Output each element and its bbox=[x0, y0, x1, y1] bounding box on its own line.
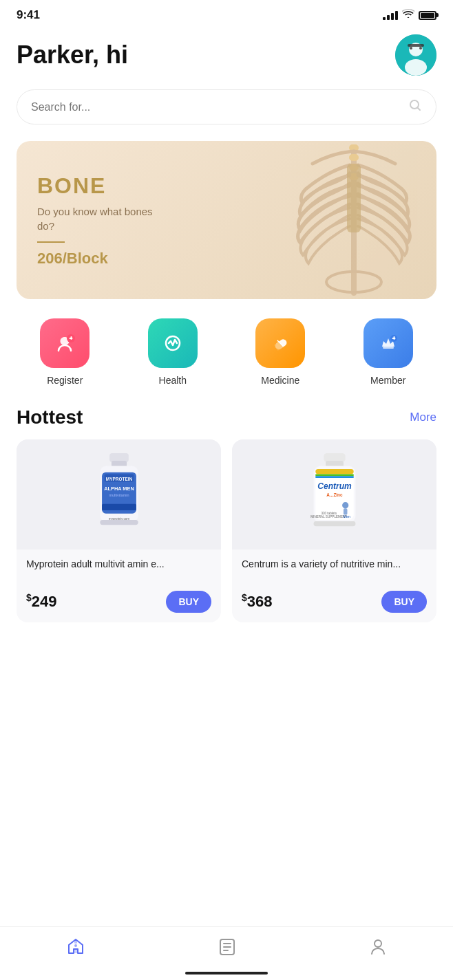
svg-text:Men: Men bbox=[343, 514, 350, 519]
svg-rect-41 bbox=[315, 474, 353, 476]
buy-button-myprotein[interactable]: BUY bbox=[166, 591, 211, 613]
header: Parker, hi bbox=[0, 28, 453, 89]
svg-rect-12 bbox=[347, 164, 361, 232]
svg-text:A...Zinc: A...Zinc bbox=[326, 492, 343, 497]
svg-text:ALPHA MEN: ALPHA MEN bbox=[104, 486, 134, 492]
svg-text:Centrum: Centrum bbox=[317, 481, 352, 491]
svg-rect-33 bbox=[102, 504, 136, 510]
avatar[interactable] bbox=[395, 34, 436, 76]
buy-button-centrum[interactable]: BUY bbox=[381, 591, 427, 613]
svg-rect-24 bbox=[393, 336, 394, 340]
section-title: Hottest bbox=[17, 406, 83, 428]
svg-rect-51 bbox=[74, 941, 77, 944]
nav-home[interactable] bbox=[66, 937, 85, 961]
svg-rect-25 bbox=[109, 453, 129, 462]
status-time: 9:41 bbox=[17, 8, 40, 22]
svg-rect-46 bbox=[343, 508, 347, 514]
banner-title: BONE bbox=[37, 173, 161, 199]
svg-rect-42 bbox=[315, 476, 353, 478]
nav-profile[interactable] bbox=[369, 937, 387, 960]
svg-rect-50 bbox=[313, 521, 355, 526]
action-health[interactable]: Health bbox=[148, 318, 198, 386]
search-container bbox=[0, 89, 453, 141]
register-label: Register bbox=[47, 375, 83, 386]
svg-rect-53 bbox=[74, 949, 78, 953]
svg-rect-21 bbox=[383, 347, 394, 349]
svg-rect-57 bbox=[223, 950, 229, 951]
products-grid: MYPROTEIN ALPHA MEN multivitamin myprote… bbox=[0, 439, 453, 636]
health-icon[interactable] bbox=[148, 318, 198, 368]
svg-rect-5 bbox=[408, 44, 424, 47]
status-icons bbox=[383, 9, 436, 21]
greeting-text: Parker, hi bbox=[17, 41, 128, 69]
product-info-centrum: Centrum is a variety of nutritive min...… bbox=[232, 549, 436, 622]
skeleton-illustration bbox=[264, 141, 436, 299]
search-input[interactable] bbox=[31, 101, 401, 113]
more-button[interactable]: More bbox=[410, 411, 436, 424]
product-price-centrum: $368 bbox=[242, 592, 273, 611]
product-price-myprotein: $249 bbox=[26, 592, 57, 611]
svg-point-4 bbox=[419, 47, 422, 50]
svg-text:multivitamin: multivitamin bbox=[109, 493, 129, 497]
nav-list[interactable] bbox=[218, 937, 236, 960]
svg-text:MYPROTEIN: MYPROTEIN bbox=[105, 477, 132, 481]
svg-rect-36 bbox=[324, 453, 345, 462]
search-icon bbox=[408, 98, 422, 116]
product-card-centrum[interactable]: Centrum A...Zinc 330 tablets MINERAL SUP… bbox=[232, 439, 436, 622]
product-card-myprotein[interactable]: MYPROTEIN ALPHA MEN multivitamin myprote… bbox=[17, 439, 221, 622]
svg-rect-16 bbox=[71, 336, 72, 340]
svg-point-3 bbox=[410, 47, 412, 50]
banner-divider bbox=[37, 241, 65, 243]
action-member[interactable]: Member bbox=[364, 318, 413, 386]
svg-point-2 bbox=[405, 59, 427, 76]
member-label: Member bbox=[370, 375, 405, 386]
svg-rect-40 bbox=[315, 469, 353, 474]
member-icon[interactable] bbox=[364, 318, 413, 368]
profile-icon bbox=[369, 937, 387, 960]
wifi-icon bbox=[402, 9, 414, 21]
svg-rect-56 bbox=[223, 946, 231, 948]
svg-rect-9 bbox=[349, 154, 359, 161]
banner-subtitle: Do you know what bones do? bbox=[37, 204, 161, 233]
home-icon bbox=[66, 937, 85, 961]
list-icon bbox=[218, 937, 236, 960]
product-image-myprotein: MYPROTEIN ALPHA MEN multivitamin myprote… bbox=[17, 439, 221, 549]
product-footer-myprotein: $249 BUY bbox=[26, 591, 211, 613]
svg-text:MINERAL SUPPLEMENT: MINERAL SUPPLEMENT bbox=[310, 515, 347, 519]
home-indicator bbox=[185, 972, 268, 974]
product-name-myprotein: Myprotein adult multivit amin e... bbox=[26, 558, 211, 584]
product-footer-centrum: $368 BUY bbox=[242, 591, 427, 613]
svg-rect-55 bbox=[223, 943, 231, 944]
action-medicine[interactable]: Medicine bbox=[255, 318, 305, 386]
medicine-icon[interactable] bbox=[255, 318, 305, 368]
product-image-centrum: Centrum A...Zinc 330 tablets MINERAL SUP… bbox=[232, 439, 436, 549]
section-header: Hottest More bbox=[0, 406, 453, 439]
search-bar[interactable] bbox=[17, 89, 436, 124]
product-name-centrum: Centrum is a variety of nutritive min... bbox=[242, 558, 427, 584]
health-label: Health bbox=[159, 375, 187, 386]
svg-point-52 bbox=[74, 944, 77, 947]
svg-point-58 bbox=[375, 940, 381, 947]
battery-icon bbox=[419, 11, 436, 20]
quick-actions: Register Health Medicine bbox=[0, 318, 453, 406]
svg-text:330 tablets: 330 tablets bbox=[321, 512, 337, 515]
banner[interactable]: BONE Do you know what bones do? 206/Bloc… bbox=[17, 141, 436, 299]
signal-bars-icon bbox=[383, 10, 398, 20]
register-icon[interactable] bbox=[40, 318, 89, 368]
product-info-myprotein: Myprotein adult multivit amin e... $249 … bbox=[17, 549, 221, 622]
action-register[interactable]: Register bbox=[40, 318, 89, 386]
medicine-label: Medicine bbox=[261, 375, 299, 386]
status-bar: 9:41 bbox=[0, 0, 453, 28]
svg-rect-35 bbox=[100, 520, 138, 525]
banner-stat: 206/Block bbox=[37, 250, 161, 268]
banner-text: BONE Do you know what bones do? 206/Bloc… bbox=[17, 157, 182, 284]
svg-point-45 bbox=[342, 502, 348, 508]
